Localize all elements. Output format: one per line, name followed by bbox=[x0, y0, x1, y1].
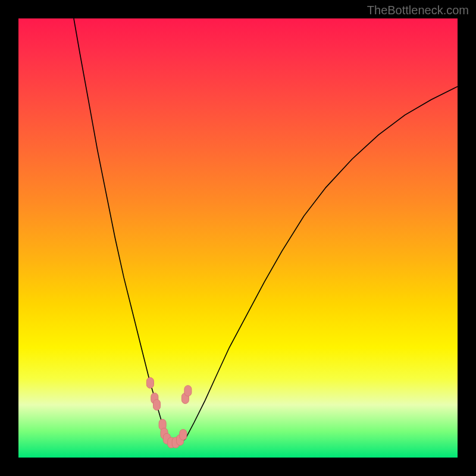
attribution-text: TheBottleneck.com bbox=[367, 4, 469, 17]
bottleneck-curve bbox=[74, 18, 458, 443]
min-marker bbox=[184, 386, 192, 396]
min-marker bbox=[180, 430, 187, 440]
min-marker bbox=[154, 399, 161, 410]
min-marker-group bbox=[146, 378, 192, 448]
chart-plot-area bbox=[18, 18, 458, 458]
min-marker bbox=[146, 378, 154, 389]
chart-svg bbox=[18, 18, 458, 458]
